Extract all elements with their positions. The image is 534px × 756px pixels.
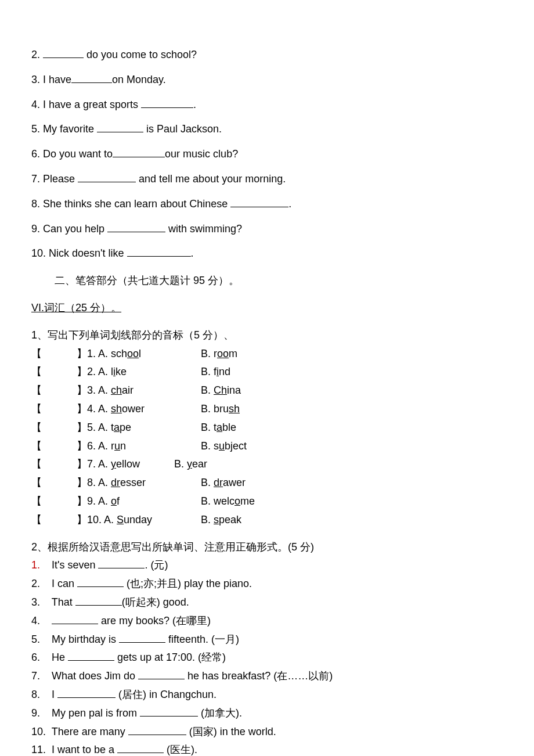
section2-heading: 二、笔答部分（共七道大题计 95 分）。	[31, 272, 503, 289]
phon-heading: 1、写出下列单词划线部分的音标（5 分）、	[31, 327, 503, 344]
blank[interactable]	[43, 47, 84, 58]
blank[interactable]	[68, 650, 114, 661]
blank[interactable]	[140, 705, 198, 717]
fill-item: 5. My birthday is fifteenth. (一月)	[31, 631, 503, 648]
fill-item: 11. I want to be a (医生).	[31, 741, 503, 756]
phon-item: 【】8. A. dresserB. drawer	[31, 474, 503, 491]
phon-item: 【】2. A. likeB. find	[31, 363, 503, 380]
blank[interactable]	[75, 595, 122, 606]
phon-item: 【】10. A. SundayB. speak	[31, 512, 503, 528]
blank[interactable]	[230, 196, 288, 207]
phon-item: 【】9. A. ofB. welcome	[31, 493, 503, 510]
phon-item: 【】1. A. schoolB. room	[31, 345, 503, 362]
top-question: 3. I haveon Monday.	[31, 71, 503, 88]
fill-item: 7. What does Jim do he has breakfast? (在…	[31, 668, 503, 685]
blank[interactable]	[57, 687, 116, 698]
blank[interactable]	[77, 576, 124, 587]
top-question: 5. My favorite is Paul Jackson.	[31, 121, 503, 138]
fill-item: 3. That (听起来) good.	[31, 594, 503, 611]
blank[interactable]	[138, 668, 185, 679]
top-question: 9. Can you help with swimming?	[31, 221, 503, 237]
blank[interactable]	[141, 97, 193, 108]
phon-item: 【】6. A. runB. subject	[31, 438, 503, 455]
fill-item: 9. My pen pal is from (加拿大).	[31, 705, 503, 722]
section6-heading: VI.词汇（25 分）。	[31, 302, 121, 314]
blank[interactable]	[107, 221, 165, 232]
blank[interactable]	[78, 171, 136, 182]
top-question: 4. I have a great sports .	[31, 96, 503, 113]
fill-item: 8. I (居住) in Changchun.	[31, 686, 503, 703]
blank[interactable]	[117, 742, 164, 753]
fill-heading: 2、根据所给汉语意思写出所缺单词、注意用正确形式。(5 分)	[31, 539, 503, 556]
fill-item: 4. are my books? (在哪里)	[31, 613, 503, 629]
phon-item: 【】7. A. yellowB. year	[31, 456, 503, 473]
top-question: 2. do you come to school?	[31, 46, 503, 63]
blank[interactable]	[71, 72, 112, 83]
blank[interactable]	[119, 632, 165, 643]
fill-rows: 1. It's seven . (元)2. I can (也;亦;并且) pla…	[31, 557, 503, 756]
blank[interactable]	[98, 557, 145, 568]
blank[interactable]	[97, 121, 143, 132]
top-question: 7. Please and tell me about your morning…	[31, 171, 503, 188]
phonetic-rows: 【】1. A. schoolB. room【】2. A. likeB. find…	[31, 345, 503, 528]
top-question: 10. Nick doesn't like .	[31, 245, 503, 262]
phon-item: 【】3. A. chairB. China	[31, 382, 503, 399]
top-question: 6. Do you want toour music club?	[31, 146, 503, 163]
phon-item: 【】4. A. showerB. brush	[31, 401, 503, 417]
blank[interactable]	[113, 146, 165, 157]
top-question: 8. She thinks she can learn about Chines…	[31, 196, 503, 213]
fill-item: 10. There are many (国家) in the world.	[31, 723, 503, 740]
fill-item: 6. He gets up at 17:00. (经常)	[31, 649, 503, 666]
top-fill-questions: 2. do you come to school?3. I haveon Mon…	[31, 46, 503, 262]
blank[interactable]	[128, 724, 186, 735]
blank[interactable]	[52, 613, 98, 624]
fill-item: 1. It's seven . (元)	[31, 557, 503, 574]
phon-item: 【】5. A. tapeB. table	[31, 419, 503, 436]
fill-item: 2. I can (也;亦;并且) play the piano.	[31, 575, 503, 592]
blank[interactable]	[127, 246, 191, 257]
